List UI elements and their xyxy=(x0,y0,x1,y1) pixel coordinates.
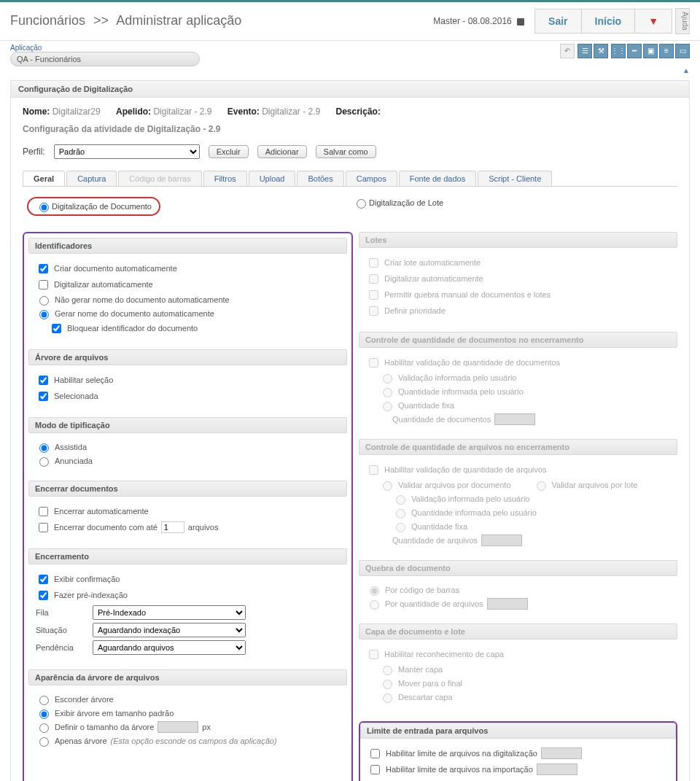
qtd-user-doc-label: Quantidade informada pelo usuário xyxy=(398,387,524,396)
panel-title: Configuração de Digitalização xyxy=(11,81,689,98)
digitalizar-auto-check[interactable] xyxy=(39,280,48,290)
nao-gerar-nome-label: Não gerar nome do documento automaticame… xyxy=(55,295,230,304)
mover-capa-radio xyxy=(383,680,392,689)
subtitle: Configuração da atividade de Digitalizaç… xyxy=(23,124,677,134)
nao-gerar-nome-radio[interactable] xyxy=(39,296,49,306)
pre-indexacao-check[interactable] xyxy=(39,591,48,600)
encerrar-ate-input[interactable] xyxy=(161,521,184,533)
tab-bar: Geral Captura Código de barras Filtros U… xyxy=(23,171,677,187)
encerrar-auto-label: Encerrar automaticamente xyxy=(54,507,149,516)
user-label: Master - 08.08.2016 xyxy=(433,16,524,26)
mode-lote[interactable]: Digitalização de Lote xyxy=(353,197,677,209)
val-user-arq-label: Validação informada pelo usuário xyxy=(411,494,529,503)
tab-captura[interactable]: Captura xyxy=(66,171,117,186)
hab-val-doc-check xyxy=(369,358,378,368)
encerrar-ate-check[interactable] xyxy=(39,523,48,532)
anunciada-radio[interactable] xyxy=(39,457,49,467)
tool-icon-4[interactable]: ━ xyxy=(627,44,642,58)
sec-limite: Limite de entrada para arquivos xyxy=(360,723,676,739)
apenas-arvore-radio[interactable] xyxy=(39,737,49,747)
tab-upload[interactable]: Upload xyxy=(249,171,296,186)
definir-tamanho-input[interactable] xyxy=(158,721,198,733)
digitalizar-auto-label: Digitalizar automaticamente xyxy=(54,280,153,289)
evento-value: Digitalizar - 2.9 xyxy=(262,106,320,117)
sec-modo-tipificacao: Modo de tipificação xyxy=(28,417,347,433)
right-column: Lotes Criar lote automaticamente Digital… xyxy=(359,232,677,781)
sec-encerramento: Encerramento xyxy=(28,548,347,564)
tab-filtros[interactable]: Filtros xyxy=(203,171,247,186)
criar-doc-auto-check[interactable] xyxy=(39,264,48,273)
mode-lote-radio[interactable] xyxy=(357,199,366,209)
limite-imp-check[interactable] xyxy=(370,765,380,774)
tab-script-cliente[interactable]: Script - Cliente xyxy=(478,171,552,186)
help-tab[interactable]: Ajuda xyxy=(675,8,690,34)
tool-icon-5[interactable]: ▣ xyxy=(643,44,658,58)
home-button[interactable]: Início xyxy=(581,9,635,33)
gerar-nome-label: Gerar nome do documento automaticamente xyxy=(55,309,214,318)
collapse-icon[interactable]: ▲ xyxy=(0,66,700,74)
tool-icon-6[interactable]: ≡ xyxy=(659,44,674,58)
selecionada-check[interactable] xyxy=(39,392,48,401)
qtd-fixa-doc-radio xyxy=(383,402,392,411)
limite-imp-input[interactable] xyxy=(537,763,578,775)
tamanho-padrao-radio[interactable] xyxy=(39,710,49,719)
tab-botoes[interactable]: Botões xyxy=(297,171,343,186)
bloquear-id-check[interactable] xyxy=(52,324,61,333)
tab-campos[interactable]: Campos xyxy=(346,171,397,186)
encerrar-auto-check[interactable] xyxy=(39,507,48,516)
situacao-label: Situação xyxy=(36,626,87,634)
perfil-label: Perfil: xyxy=(23,147,45,157)
logout-button[interactable]: Sair xyxy=(535,9,580,33)
tab-codigo-barras[interactable]: Código de barras xyxy=(118,171,201,186)
tool-icon-7[interactable]: ▭ xyxy=(675,44,690,58)
qtd-user-doc-radio xyxy=(383,388,392,397)
mode-documento[interactable]: Digitalização de Documento xyxy=(27,197,160,216)
por-qtd-input xyxy=(487,598,528,610)
val-por-lote-label: Validar arquivos por lote xyxy=(552,481,638,489)
hab-val-arq-label: Habilitar validação de quantidade de arq… xyxy=(384,465,547,474)
criar-doc-auto-label: Criar documento automaticamente xyxy=(54,264,177,273)
limite-box: Limite de entrada para arquivos Habilita… xyxy=(359,721,677,781)
esconder-arvore-radio[interactable] xyxy=(39,696,49,705)
mode-documento-radio[interactable] xyxy=(39,203,49,212)
sec-arvore: Árvore de arquivos xyxy=(28,349,347,365)
undo-icon[interactable]: ↶ xyxy=(560,44,575,58)
perfil-select[interactable]: Padrão xyxy=(54,144,200,159)
situacao-select[interactable]: Aguardando indexação xyxy=(93,623,246,637)
hab-capa-check xyxy=(369,650,378,659)
tab-geral[interactable]: Geral xyxy=(23,171,65,186)
app-selector[interactable]: QA - Funcionários xyxy=(10,52,200,66)
bloquear-id-label: Bloquear identificador do documento xyxy=(67,324,198,333)
val-user-arq-radio xyxy=(396,495,405,505)
assistida-label: Assistida xyxy=(55,443,87,451)
sec-lotes: Lotes xyxy=(359,232,677,248)
qtd-fixa-arq-label: Quantidade fixa xyxy=(411,522,467,531)
definir-tamanho-radio[interactable] xyxy=(39,723,49,733)
tool-icon-3[interactable]: ⋮⋮ xyxy=(611,44,626,58)
tool-icon-1[interactable]: ☰ xyxy=(578,44,592,58)
limite-digit-input[interactable] xyxy=(541,747,582,759)
sec-identificadores: Identificadores xyxy=(28,238,347,254)
qtd-doc-label: Quantidade de documentos xyxy=(392,415,491,424)
dropdown-arrow-button[interactable]: ▼ xyxy=(634,9,672,33)
gerar-nome-radio[interactable] xyxy=(39,310,49,319)
habilitar-selecao-check[interactable] xyxy=(39,376,48,385)
tool-icon-2[interactable]: ⚒ xyxy=(594,44,608,58)
limite-digit-check[interactable] xyxy=(370,749,380,758)
assistida-radio[interactable] xyxy=(39,443,49,453)
definir-prioridade-label: Definir prioridade xyxy=(384,306,446,315)
pendencia-select[interactable]: Aguardando arquivos xyxy=(93,640,246,655)
exibir-confirmacao-check[interactable] xyxy=(39,575,48,584)
fila-select[interactable]: Pré-Indexado xyxy=(93,605,246,620)
tab-fonte-dados[interactable]: Fonte de dados xyxy=(399,171,476,186)
limite-digit-label: Habilitar limite de arquivos na digitali… xyxy=(386,749,537,758)
descricao-label: Descrição: xyxy=(336,106,381,117)
info-row: Nome: Digitalizar29 Apelido: Digitalizar… xyxy=(23,106,677,117)
excluir-button[interactable]: Excluir xyxy=(209,145,249,158)
salvar-como-button[interactable]: Salvar como xyxy=(316,145,376,158)
adicionar-button[interactable]: Adicionar xyxy=(257,145,307,158)
apelido-value: Digitalizar - 2.9 xyxy=(153,106,211,117)
val-por-doc-label: Validar arquivos por documento xyxy=(398,481,511,489)
left-column: Identificadores Criar documento automati… xyxy=(23,232,353,781)
apenas-arvore-note: (Esta opção esconde os campos da aplicaç… xyxy=(111,737,277,745)
